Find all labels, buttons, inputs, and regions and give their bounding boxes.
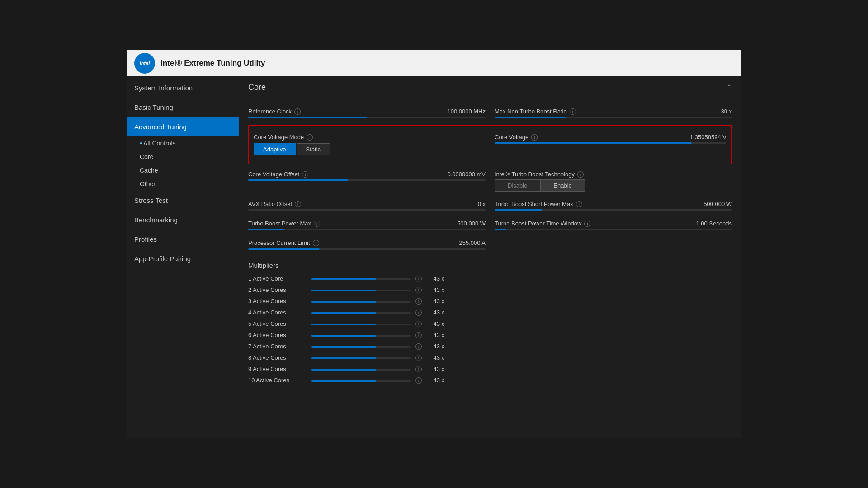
- core-voltage-mode-toggle: Adaptive Static: [254, 143, 486, 155]
- multiplier-slider-8[interactable]: [311, 368, 411, 371]
- highlighted-controls-section: Core Voltage Mode i Adaptive Static: [248, 125, 732, 164]
- sidebar-sub-core[interactable]: Core: [127, 150, 239, 164]
- core-voltage-offset-slider[interactable]: [248, 179, 486, 181]
- multiplier-info-icon-0[interactable]: i: [415, 276, 422, 282]
- multiplier-slider-1[interactable]: [311, 289, 411, 291]
- core-voltage-info-icon[interactable]: i: [531, 134, 538, 141]
- sidebar-sub-cache[interactable]: Cache: [127, 164, 239, 177]
- title-bar: intel Intel® Extreme Tuning Utility: [127, 50, 741, 76]
- multiplier-label-6: 7 Active Cores: [248, 343, 307, 350]
- avx-ratio-offset-slider[interactable]: [248, 209, 486, 211]
- turbo-boost-power-max-group: Turbo Boost Power Max i 500.000 W: [248, 216, 486, 235]
- multiplier-slider-6[interactable]: [311, 345, 411, 348]
- reference-clock-value: 100.0000 MHz: [447, 108, 486, 115]
- core-voltage-mode-info-icon[interactable]: i: [307, 134, 313, 141]
- multiplier-value-9: 43 x: [426, 377, 444, 384]
- multiplier-slider-5[interactable]: [311, 334, 411, 337]
- multiplier-row: 7 Active Cores i 43 x: [248, 341, 732, 352]
- multiplier-value-2: 43 x: [426, 298, 444, 305]
- reference-clock-group: Reference Clock i 100.0000 MHz: [248, 103, 486, 123]
- multiplier-row: 5 Active Cores i 43 x: [248, 318, 732, 329]
- multiplier-info-icon-6[interactable]: i: [415, 343, 422, 350]
- turbo-boost-short-power-max-slider[interactable]: [495, 209, 732, 211]
- multiplier-slider-2[interactable]: [311, 300, 411, 303]
- section-title: Core: [248, 83, 266, 92]
- turbo-boost-power-max-info-icon[interactable]: i: [314, 221, 320, 227]
- max-non-turbo-value: 30 x: [721, 108, 732, 115]
- multiplier-info-icon-9[interactable]: i: [415, 377, 422, 384]
- multiplier-slider-7[interactable]: [311, 357, 411, 359]
- sidebar-item-system-information[interactable]: System Information: [127, 78, 239, 98]
- turbo-boost-tech-label: Intel® Turbo Boost Technology i: [495, 171, 584, 178]
- turbo-disable-button[interactable]: Disable: [495, 179, 540, 192]
- multiplier-row: 1 Active Core i 43 x: [248, 273, 732, 284]
- reference-clock-label: Reference Clock i: [248, 108, 301, 115]
- core-voltage-mode-group: Core Voltage Mode i Adaptive Static: [254, 129, 486, 160]
- multiplier-value-7: 43 x: [426, 354, 444, 361]
- core-voltage-slider[interactable]: [495, 142, 726, 144]
- max-non-turbo-group: Max Non Turbo Boost Ratio i 30 x: [495, 103, 732, 123]
- sidebar-item-basic-tuning[interactable]: Basic Tuning: [127, 98, 239, 117]
- multiplier-slider-0[interactable]: [311, 277, 411, 280]
- adaptive-button[interactable]: Adaptive: [254, 143, 296, 155]
- app-title: Intel® Extreme Tuning Utility: [160, 59, 265, 68]
- turbo-boost-short-power-max-info-icon[interactable]: i: [576, 201, 582, 207]
- multiplier-label-4: 5 Active Cores: [248, 320, 307, 327]
- top-controls-grid: Reference Clock i 100.0000 MHz Max: [248, 103, 732, 123]
- multiplier-label-0: 1 Active Core: [248, 275, 307, 282]
- processor-current-limit-slider[interactable]: [248, 248, 486, 250]
- core-voltage-group: Core Voltage i 1.35058594 V: [495, 129, 726, 160]
- multiplier-label-2: 3 Active Cores: [248, 298, 307, 305]
- multiplier-value-1: 43 x: [426, 286, 444, 293]
- avx-ratio-offset-label: AVX Ratio Offset i: [248, 201, 301, 207]
- reference-clock-slider[interactable]: [248, 117, 486, 118]
- turbo-boost-power-max-label: Turbo Boost Power Max i: [248, 220, 320, 227]
- core-voltage-offset-label: Core Voltage Offset i: [248, 171, 308, 178]
- multiplier-info-icon-2[interactable]: i: [415, 298, 422, 305]
- static-button[interactable]: Static: [297, 143, 330, 155]
- multiplier-info-icon-5[interactable]: i: [415, 332, 422, 338]
- multiplier-row: 3 Active Cores i 43 x: [248, 296, 732, 307]
- multiplier-label-7: 8 Active Cores: [248, 354, 307, 361]
- sidebar-item-advanced-tuning[interactable]: Advanced Tuning: [127, 117, 239, 136]
- turbo-boost-short-power-max-label: Turbo Boost Short Power Max i: [495, 201, 582, 207]
- core-voltage-mode-label: Core Voltage Mode i: [254, 134, 313, 141]
- sidebar-sub-other[interactable]: Other: [127, 177, 239, 191]
- multiplier-info-icon-3[interactable]: i: [415, 310, 422, 316]
- turbo-boost-power-max-slider[interactable]: [248, 229, 486, 230]
- sidebar-item-stress-test[interactable]: Stress Test: [127, 191, 239, 210]
- reference-clock-info-icon[interactable]: i: [294, 108, 301, 115]
- sidebar-item-profiles[interactable]: Profiles: [127, 230, 239, 249]
- turbo-boost-power-time-window-info-icon[interactable]: i: [584, 221, 590, 227]
- multiplier-info-icon-4[interactable]: i: [415, 321, 422, 327]
- multiplier-info-icon-1[interactable]: i: [415, 287, 422, 293]
- multiplier-slider-9[interactable]: [311, 379, 411, 382]
- turbo-boost-power-time-window-label: Turbo Boost Power Time Window i: [495, 220, 590, 227]
- multiplier-label-5: 6 Active Cores: [248, 332, 307, 338]
- sidebar-sub-all-controls[interactable]: All Controls: [127, 136, 239, 150]
- multiplier-label-8: 9 Active Cores: [248, 366, 307, 372]
- max-non-turbo-label: Max Non Turbo Boost Ratio i: [495, 108, 576, 115]
- sidebar-item-benchmarking[interactable]: Benchmarking: [127, 210, 239, 230]
- multiplier-value-6: 43 x: [426, 343, 444, 350]
- turbo-boost-tech-info-icon[interactable]: i: [577, 171, 584, 178]
- processor-current-limit-info-icon[interactable]: i: [313, 240, 319, 246]
- sidebar-item-app-profile-pairing[interactable]: App-Profile Pairing: [127, 249, 239, 268]
- core-voltage-label: Core Voltage i: [495, 134, 538, 141]
- multiplier-info-icon-8[interactable]: i: [415, 366, 422, 372]
- avx-ratio-offset-group: AVX Ratio Offset i 0 x: [248, 196, 486, 216]
- core-voltage-offset-info-icon[interactable]: i: [302, 171, 308, 178]
- section-body: Reference Clock i 100.0000 MHz Max: [239, 99, 741, 390]
- multiplier-slider-3[interactable]: [311, 311, 411, 314]
- multiplier-slider-4[interactable]: [311, 323, 411, 325]
- multiplier-label-9: 10 Active Cores: [248, 377, 307, 384]
- multiplier-info-icon-7[interactable]: i: [415, 355, 422, 361]
- multiplier-value-3: 43 x: [426, 309, 444, 316]
- max-non-turbo-info-icon[interactable]: i: [570, 108, 576, 115]
- collapse-button[interactable]: ⌃: [726, 83, 732, 92]
- turbo-boost-power-time-window-value: 1.00 Seconds: [696, 220, 732, 227]
- turbo-enable-button[interactable]: Enable: [540, 179, 585, 192]
- turbo-boost-power-time-window-slider[interactable]: [495, 229, 732, 230]
- max-non-turbo-slider[interactable]: [495, 117, 732, 118]
- avx-ratio-offset-info-icon[interactable]: i: [295, 201, 301, 207]
